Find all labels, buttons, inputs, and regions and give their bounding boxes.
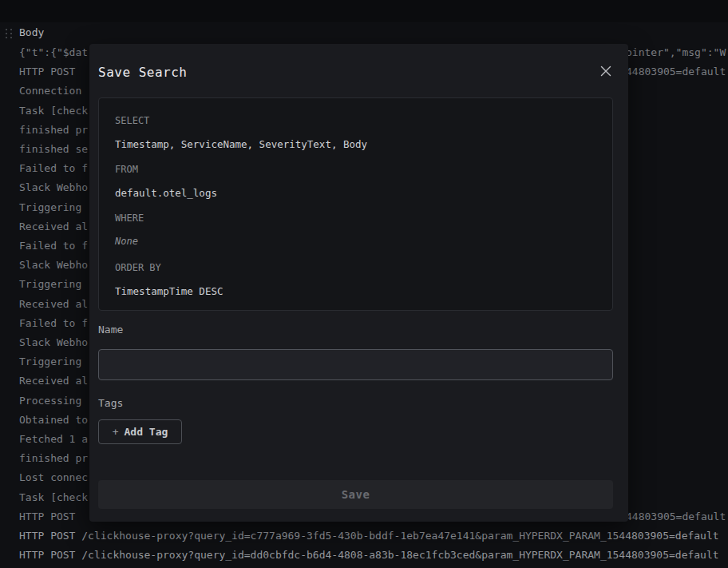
name-field-label: Name — [98, 324, 123, 336]
log-line: Lost connec — [19, 471, 88, 484]
log-line: Failed to f — [19, 162, 88, 175]
log-line: HTTP POST — [19, 510, 81, 523]
where-label: WHERE — [115, 213, 144, 224]
log-line: {"t":{"$dat — [19, 46, 88, 59]
log-line: Task [check — [19, 491, 88, 504]
log-line: Slack Webho — [19, 336, 88, 349]
add-tag-button[interactable]: + Add Tag — [98, 419, 182, 444]
order-by-value: TimestampTime DESC — [115, 285, 223, 297]
log-line: Task [check — [19, 105, 88, 117]
tags-field-label: Tags — [98, 397, 123, 409]
query-preview-box: SELECT Timestamp, ServiceName, SeverityT… — [98, 97, 613, 311]
log-line-right-fragment: 44803905=default — [626, 510, 726, 523]
from-label: FROM — [115, 164, 138, 175]
from-value: default.otel_logs — [115, 187, 217, 199]
log-line: Triggering — [19, 278, 81, 291]
log-line: Slack Webho — [19, 181, 88, 194]
save-button[interactable]: Save — [98, 480, 613, 509]
log-line: finished pr — [19, 124, 88, 137]
where-value: None — [115, 236, 138, 247]
plus-icon: + — [113, 426, 119, 438]
log-line: Received al — [19, 375, 88, 387]
log-line: Failed to f — [19, 317, 88, 330]
log-line: Failed to f — [19, 240, 88, 252]
select-value: Timestamp, ServiceName, SeverityText, Bo… — [115, 138, 367, 150]
log-line-right-fragment: ointer","msg":"W — [626, 46, 726, 59]
log-line: Triggering — [19, 355, 81, 368]
log-line: HTTP POST /clickhouse-proxy?query_id=c77… — [19, 530, 719, 542]
log-line: Obtained to — [19, 414, 88, 427]
add-tag-label: Add Tag — [125, 426, 168, 438]
log-line: Fetched 1 a — [19, 433, 88, 446]
log-line: finished se — [19, 143, 88, 156]
log-line: HTTP POST /clickhouse-proxy?query_id=dd0… — [19, 549, 719, 562]
modal-title: Save Search — [98, 65, 187, 80]
close-icon[interactable] — [596, 62, 615, 81]
log-line: Triggering — [19, 201, 81, 214]
log-line: Received al — [19, 298, 88, 311]
log-line-right-fragment: 44803905=default — [626, 66, 726, 78]
drag-handle-icon — [6, 29, 12, 38]
close-x-glyph — [599, 65, 612, 77]
save-search-modal: Save Search SELECT Timestamp, ServiceNam… — [89, 44, 628, 522]
log-line: Slack Webho — [19, 259, 88, 272]
name-input[interactable] — [98, 349, 613, 380]
log-line: Connection — [19, 85, 81, 97]
select-label: SELECT — [115, 115, 149, 126]
log-line: finished pr — [19, 452, 88, 465]
log-line: Received al — [19, 220, 88, 233]
log-line: HTTP POST — [19, 66, 81, 78]
body-column-header: Body — [19, 26, 44, 38]
log-line: Processing — [19, 395, 81, 407]
order-by-label: ORDER BY — [115, 262, 161, 273]
